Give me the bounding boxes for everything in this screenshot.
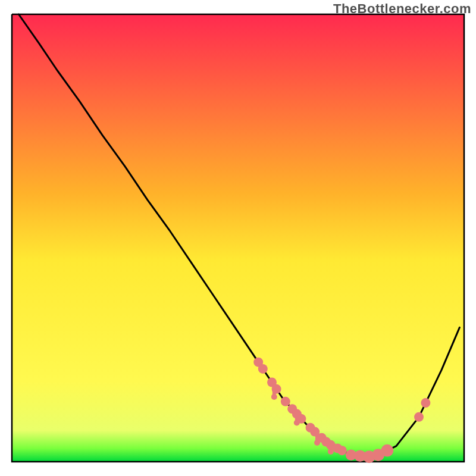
svg-point-15 (296, 414, 306, 424)
plot-background (12, 14, 464, 462)
svg-point-22 (337, 446, 347, 455)
svg-point-12 (281, 397, 290, 406)
svg-point-1 (271, 394, 277, 400)
svg-point-29 (421, 398, 430, 408)
svg-point-9 (258, 364, 268, 374)
watermark-text: TheBottlenecker.com (333, 1, 471, 17)
bottleneck-chart (0, 0, 476, 476)
svg-point-11 (272, 384, 281, 394)
svg-point-28 (414, 412, 424, 422)
svg-point-27 (381, 444, 393, 457)
